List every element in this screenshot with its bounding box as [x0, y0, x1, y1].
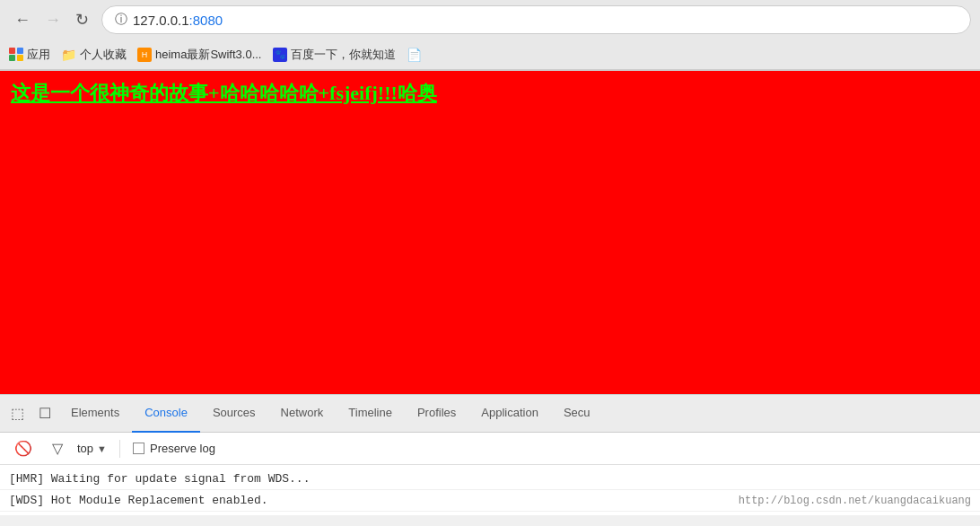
- tab-application[interactable]: Application: [468, 395, 551, 433]
- heima-icon: H: [137, 48, 152, 62]
- preserve-log-checkbox[interactable]: Preserve log: [133, 442, 215, 455]
- devtools: ⬚ ☐ Elements Console Sources Network Tim…: [0, 394, 980, 515]
- console-output: [HMR] Waiting for update signal from WDS…: [0, 465, 980, 515]
- page-icon: 📄: [407, 48, 422, 62]
- devtools-inspect-icon[interactable]: ☐: [31, 399, 58, 427]
- back-button[interactable]: ←: [9, 8, 36, 31]
- console-clear-button[interactable]: 🚫: [9, 438, 38, 459]
- bookmarks-bar: 应用 📁 个人收藏 H heima最新Swift3.0... 🐾 百度一下，你就…: [0, 39, 980, 70]
- console-line-text-1: [HMR] Waiting for update signal from WDS…: [9, 472, 971, 486]
- page-content: 这是一个很神奇的故事+哈哈哈哈哈+fsjeifj!!!哈奥: [0, 71, 980, 394]
- browser-chrome: ← → ↻ ⓘ 127.0.0.1:8080 应用 📁 个人收藏 H: [0, 0, 980, 71]
- forward-button[interactable]: →: [39, 8, 66, 31]
- nav-buttons: ← → ↻: [9, 8, 94, 31]
- bookmark-personal-label: 个人收藏: [80, 47, 127, 63]
- console-filter-button[interactable]: ▽: [47, 438, 68, 459]
- apps-icon: [9, 48, 23, 62]
- tab-elements[interactable]: Elements: [58, 395, 132, 433]
- baidu-icon: 🐾: [273, 48, 287, 62]
- console-line: [WDS] Hot Module Replacement enabled. ht…: [0, 490, 980, 512]
- console-line-text-2: [WDS] Hot Module Replacement enabled.: [9, 494, 739, 507]
- devtools-select-icon[interactable]: ⬚: [4, 399, 31, 427]
- address-text: 127.0.0.1:8080: [133, 13, 223, 28]
- url-port: :8080: [189, 13, 223, 28]
- console-context-select[interactable]: top ▼: [77, 442, 107, 455]
- page-text: 这是一个很神奇的故事+哈哈哈哈哈+fsjeifj!!!哈奥: [0, 71, 980, 116]
- tab-timeline[interactable]: Timeline: [336, 395, 405, 433]
- tab-network[interactable]: Network: [268, 395, 337, 433]
- bookmark-heima-label: heima最新Swift3.0...: [155, 47, 262, 63]
- bookmark-baidu-label: 百度一下，你就知道: [291, 47, 396, 63]
- address-bar[interactable]: ⓘ 127.0.0.1:8080: [101, 5, 971, 34]
- preserve-log-label: Preserve log: [150, 442, 215, 455]
- tab-profiles[interactable]: Profiles: [405, 395, 468, 433]
- nav-bar: ← → ↻ ⓘ 127.0.0.1:8080: [0, 0, 980, 39]
- tab-sources[interactable]: Sources: [200, 395, 268, 433]
- console-line: [HMR] Waiting for update signal from WDS…: [0, 469, 980, 490]
- tab-console[interactable]: Console: [132, 395, 200, 433]
- folder-icon: 📁: [61, 48, 76, 62]
- bookmark-heima[interactable]: H heima最新Swift3.0...: [137, 47, 262, 63]
- devtools-tabs: ⬚ ☐ Elements Console Sources Network Tim…: [0, 395, 980, 433]
- bookmark-apps-label: 应用: [27, 47, 50, 63]
- console-toolbar: 🚫 ▽ top ▼ Preserve log: [0, 433, 980, 465]
- reload-button[interactable]: ↻: [70, 8, 94, 31]
- console-context-label: top: [77, 442, 93, 455]
- bookmark-apps[interactable]: 应用: [9, 47, 50, 63]
- console-line-url-2: http://blog.csdn.net/kuangdacaikuang: [739, 495, 971, 507]
- bookmark-page[interactable]: 📄: [407, 48, 422, 62]
- info-icon: ⓘ: [115, 12, 127, 28]
- tab-security[interactable]: Secu: [551, 395, 603, 433]
- divider: [119, 440, 120, 458]
- bookmark-baidu[interactable]: 🐾 百度一下，你就知道: [273, 47, 396, 63]
- url-base: 127.0.0.1: [133, 13, 189, 28]
- dropdown-arrow-icon: ▼: [97, 443, 107, 454]
- bookmark-personal[interactable]: 📁 个人收藏: [61, 47, 127, 63]
- checkbox-input[interactable]: [133, 443, 144, 454]
